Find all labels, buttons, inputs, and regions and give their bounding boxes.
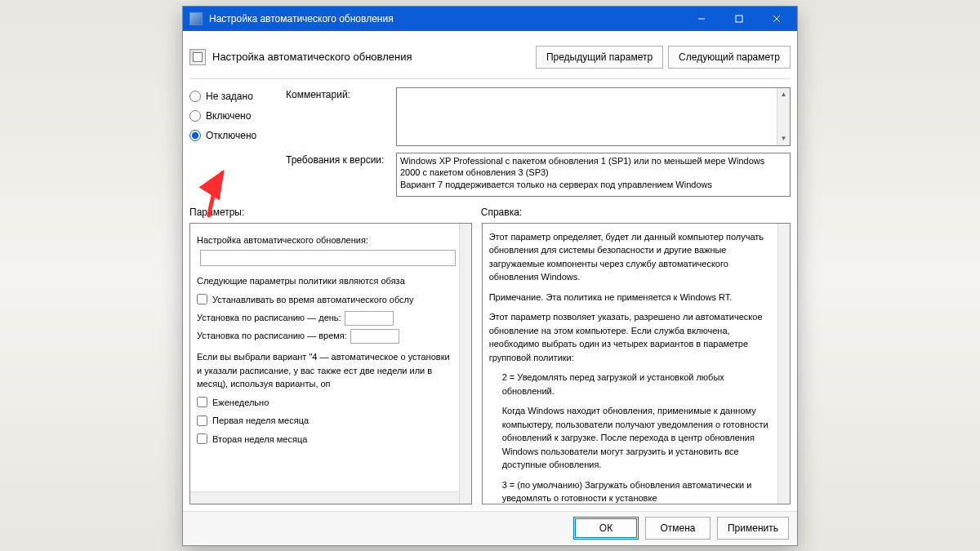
policy-title: Настройка автоматического обновления [212, 51, 412, 63]
schedule-time-dropdown[interactable] [350, 329, 399, 344]
scroll-up-icon[interactable]: ▲ [777, 88, 790, 101]
options-hscroll[interactable] [190, 491, 459, 504]
requirements-text: Windows XP Professional с пакетом обновл… [396, 153, 791, 197]
help-opt3: 3 = (по умолчанию) Загружать обновления … [489, 478, 771, 504]
chk-weekly[interactable]: Еженедельно [197, 396, 452, 410]
variant4-note: Если вы выбрали вариант "4 — автоматичес… [197, 350, 452, 391]
app-icon [189, 12, 203, 25]
policy-editor-window: Настройка автоматического обновления Нас… [182, 6, 798, 546]
comment-scrollbar[interactable]: ▲ ▼ [777, 88, 790, 145]
comment-textbox[interactable]: ▲ ▼ [396, 87, 791, 146]
help-opt2-detail: Когда Windows находит обновления, примен… [489, 404, 771, 472]
radio-disabled-label: Отключено [206, 130, 256, 141]
prev-setting-button[interactable]: Предыдущий параметр [536, 46, 663, 69]
close-button[interactable] [758, 7, 795, 31]
svg-rect-1 [736, 16, 742, 22]
next-setting-button[interactable]: Следующий параметр [668, 46, 791, 69]
options-panel: Настройка автоматического обновления: Сл… [189, 223, 472, 504]
comment-label: Комментарий: [286, 87, 396, 100]
minimize-button[interactable] [683, 7, 720, 31]
schedule-time-row: Установка по расписанию — время: [197, 329, 452, 344]
policy-note: Следующие параметры политики являются об… [197, 274, 452, 288]
schedule-day-row: Установка по расписанию — день: [197, 311, 452, 326]
help-p2: Примечание. Эта политика не применяется … [489, 291, 771, 304]
policy-icon [189, 49, 206, 65]
radio-not-configured[interactable]: Не задано [189, 91, 279, 102]
radio-enabled[interactable]: Включено [189, 110, 279, 122]
chk-second-week[interactable]: Вторая неделя месяца [197, 433, 452, 447]
help-panel: Этот параметр определяет, будет ли данны… [482, 223, 791, 504]
dialog-footer: ОК Отмена Применить [183, 511, 797, 545]
requirements-label: Требования к версии: [286, 153, 396, 166]
help-vscroll[interactable] [777, 224, 790, 504]
options-title: Настройка автоматического обновления: [197, 233, 452, 247]
divider [189, 78, 791, 79]
scroll-down-icon[interactable]: ▼ [777, 132, 790, 145]
maximize-button[interactable] [720, 7, 758, 31]
schedule-day-dropdown[interactable] [345, 311, 394, 326]
help-section-label: Справка: [481, 207, 791, 218]
help-opt2: 2 = Уведомлять перед загрузкой и установ… [489, 371, 771, 398]
radio-disabled[interactable]: Отключено [189, 130, 279, 141]
ok-button[interactable]: ОК [573, 517, 639, 540]
options-section-label: Параметры: [189, 207, 471, 218]
options-vscroll[interactable] [459, 224, 471, 504]
update-config-dropdown[interactable] [200, 250, 456, 266]
window-title: Настройка автоматического обновления [209, 13, 683, 24]
help-p3: Этот параметр позволяет указать, разреше… [489, 310, 771, 364]
radio-enabled-label: Включено [206, 110, 251, 122]
apply-button[interactable]: Применить [717, 517, 789, 540]
cancel-button[interactable]: Отмена [645, 517, 710, 540]
help-p1: Этот параметр определяет, будет ли данны… [489, 230, 771, 284]
chk-auto-maintenance[interactable]: Устанавливать во время автоматического о… [197, 293, 452, 307]
titlebar[interactable]: Настройка автоматического обновления [183, 7, 797, 31]
chk-first-week[interactable]: Первая неделя месяца [197, 414, 452, 428]
radio-not-configured-label: Не задано [206, 91, 253, 102]
